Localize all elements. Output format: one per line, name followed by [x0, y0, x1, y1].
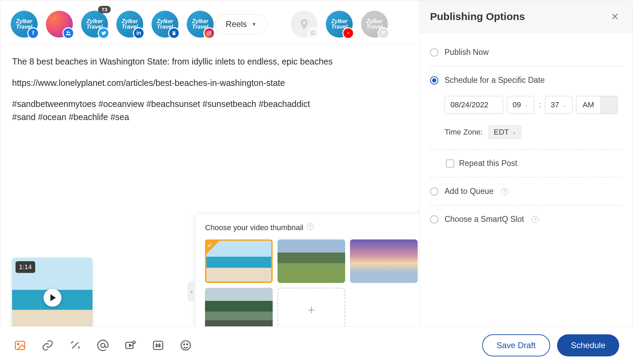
svg-rect-5: [174, 32, 175, 32]
radio-icon: [430, 187, 438, 196]
channel-twitter[interactable]: ZylkerTravel 73: [81, 11, 108, 38]
help-icon[interactable]: ?: [532, 216, 538, 223]
radio-icon: [430, 76, 438, 85]
twitter-icon: [98, 27, 109, 39]
svg-rect-20: [154, 341, 163, 350]
footer-tools: [14, 339, 192, 352]
video-duration: 1:14: [16, 261, 35, 273]
thumbnail-option-4[interactable]: [205, 288, 273, 331]
post-text: The 8 best beaches in Washington State: …: [12, 55, 408, 124]
svg-rect-15: [16, 341, 25, 350]
svg-point-16: [18, 343, 19, 345]
radio-icon: [430, 215, 438, 224]
channel-linkedin[interactable]: ZylkerTravel in: [116, 11, 143, 38]
instagram-icon: [203, 27, 215, 39]
channel-youtube[interactable]: ZylkerTravel: [326, 11, 353, 38]
chevron-down-icon: ⌄: [512, 129, 516, 135]
svg-rect-4: [174, 32, 174, 32]
help-icon[interactable]: ?: [307, 223, 314, 230]
timezone-row: Time Zone: EDT ⌄: [445, 125, 622, 139]
channels-bar: ZylkerTravel f ZylkerTravel 73 ZylkerTra…: [0, 0, 419, 45]
svg-rect-7: [174, 33, 174, 33]
mention-icon[interactable]: [97, 339, 109, 352]
ampm-toggle[interactable]: AM: [576, 96, 617, 114]
channel-linkedin-company[interactable]: ZylkerTravel: [152, 11, 178, 38]
video-thumbnail[interactable]: 1:14: [12, 258, 92, 338]
preview-title: Choose your video thumbnail ?: [205, 222, 416, 233]
channel-pinterest[interactable]: ZylkerTravel P: [361, 11, 388, 38]
datetime-row: 08/24/2022 09 ⌄ : 37 ⌄ AM: [445, 96, 622, 114]
schedule-controls: 08/24/2022 09 ⌄ : 37 ⌄ AM: [430, 92, 622, 148]
channel-instagram[interactable]: ZylkerTravel: [187, 11, 214, 38]
date-input[interactable]: 08/24/2022: [445, 96, 503, 114]
image-icon[interactable]: [14, 339, 26, 352]
thumbnail-grid: ＋: [205, 239, 416, 331]
expand-handle[interactable]: ›: [188, 282, 195, 301]
thumbnail-option-1[interactable]: [205, 239, 273, 283]
link-icon[interactable]: [41, 339, 54, 352]
close-icon[interactable]: ✕: [611, 11, 619, 22]
magic-wand-icon[interactable]: [69, 339, 81, 352]
help-icon[interactable]: ?: [501, 188, 508, 195]
svg-rect-3: [173, 32, 173, 32]
option-schedule-specific[interactable]: Schedule for a Specific Date: [430, 68, 622, 92]
checkbox-icon: [446, 159, 454, 168]
channel-facebook-group[interactable]: [46, 11, 73, 38]
svg-point-10: [208, 32, 210, 34]
thumbnail-option-3[interactable]: [350, 239, 418, 283]
option-publish-now[interactable]: Publish Now: [430, 40, 622, 65]
svg-rect-6: [173, 33, 173, 33]
thumbnail-option-2[interactable]: [277, 239, 345, 283]
group-icon: [62, 27, 74, 39]
post-headline: The 8 best beaches in Washington State: …: [12, 55, 408, 68]
sidebar-body: Publish Now Schedule for a Specific Date…: [420, 33, 633, 364]
schedule-button[interactable]: Schedule: [557, 334, 619, 356]
radio-icon: [430, 48, 438, 57]
timezone-select[interactable]: EDT ⌄: [488, 125, 522, 139]
svg-point-11: [210, 32, 211, 32]
reels-label: Reels: [226, 19, 247, 29]
building-icon: [168, 27, 180, 39]
chevron-down-icon: ⌄: [563, 102, 567, 108]
svg-rect-8: [174, 33, 175, 33]
svg-point-0: [67, 31, 68, 33]
add-thumbnail-button[interactable]: ＋: [277, 288, 345, 331]
pm-button[interactable]: [600, 96, 617, 114]
emoji-icon[interactable]: [179, 339, 192, 352]
svg-point-21: [181, 341, 191, 350]
main-panel: ZylkerTravel f ZylkerTravel 73 ZylkerTra…: [0, 0, 420, 364]
chevron-down-icon: ▼: [252, 21, 256, 27]
sidebar-title: Publishing Options: [430, 11, 525, 22]
post-content-area[interactable]: The 8 best beaches in Washington State: …: [0, 45, 419, 364]
am-button[interactable]: AM: [576, 96, 600, 114]
channel-facebook-page[interactable]: ZylkerTravel f: [11, 11, 38, 38]
option-smartq-slot[interactable]: Choose a SmartQ Slot ?: [430, 207, 622, 232]
svg-point-19: [133, 341, 136, 344]
channel-google[interactable]: G: [291, 11, 318, 38]
post-hashtags: #sandbetweenmytoes #oceanview #beachsuns…: [12, 98, 330, 124]
notification-badge: 73: [98, 6, 111, 13]
app-shell: ZylkerTravel f ZylkerTravel 73 ZylkerTra…: [0, 0, 633, 364]
reels-dropdown[interactable]: Reels ▼: [215, 14, 267, 34]
footer-actions: Save Draft Schedule: [482, 334, 619, 356]
chevron-down-icon: ⌄: [524, 102, 528, 108]
save-draft-button[interactable]: Save Draft: [482, 334, 550, 356]
minute-select[interactable]: 37 ⌄: [545, 96, 573, 114]
post-link: https://www.lonelyplanet.com/articles/be…: [12, 77, 408, 90]
linkedin-icon: in: [133, 27, 145, 39]
google-icon: G: [307, 27, 319, 39]
repeat-post-checkbox[interactable]: Repeat this Post: [445, 151, 622, 176]
publishing-options-panel: Publishing Options ✕ Publish Now Schedul…: [420, 0, 633, 364]
option-add-to-queue[interactable]: Add to Queue ?: [430, 179, 622, 204]
hour-select[interactable]: 09 ⌄: [507, 96, 534, 114]
facebook-icon: f: [27, 27, 39, 39]
footer-bar: Save Draft Schedule: [0, 326, 633, 364]
youtube-icon: [342, 27, 354, 39]
play-icon[interactable]: [43, 289, 61, 307]
svg-point-12: [303, 21, 305, 24]
svg-point-22: [184, 344, 185, 345]
pinterest-icon: P: [378, 27, 389, 39]
svg-point-17: [101, 343, 105, 347]
video-settings-icon[interactable]: [124, 339, 137, 352]
hashtag-icon[interactable]: [152, 339, 164, 352]
